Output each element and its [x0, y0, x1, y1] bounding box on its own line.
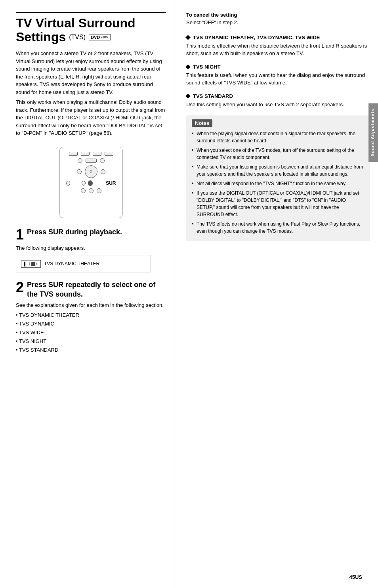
section-heading-text: TVS NIGHT — [193, 64, 220, 70]
btn-row-4 — [81, 188, 101, 193]
btn-row-1 — [69, 152, 113, 156]
intro-text: When you connect a stereo TV or 2 front … — [16, 50, 166, 137]
tvs-list: TVS DYNAMIC THEATERTVS DYNAMICTVS WIDETV… — [16, 311, 166, 354]
diamond-icon — [185, 35, 191, 40]
video-text: Video — [100, 35, 108, 39]
step1-display-text: TVS DYNAMIC THEATER — [44, 260, 99, 267]
step1-display-box: ▐ 《⬛》 TVS DYNAMIC THEATER — [16, 255, 151, 272]
btn-rect-5 — [86, 159, 97, 163]
page-title: TV Virtual Surround Settings (TVS) DVDVi… — [16, 12, 166, 44]
btn-circle-8 — [89, 188, 94, 193]
list-item: TVS DYNAMIC THEATER — [16, 311, 166, 320]
sur-row: SUR — [66, 180, 116, 186]
right-column: To cancel the setting Select "OFF" in st… — [174, 0, 378, 588]
cancel-heading: To cancel the setting — [186, 12, 370, 18]
btn-rect-4 — [105, 152, 113, 156]
notes-box: Notes When the playing signal does not c… — [186, 115, 370, 241]
step2-number: 2 — [16, 280, 24, 295]
btn-circle-4 — [101, 169, 105, 174]
list-item: TVS WIDE — [16, 328, 166, 337]
sur-line — [73, 183, 79, 183]
list-item: TVS DYNAMIC — [16, 320, 166, 328]
intro-para2: This only works when playing a multichan… — [16, 98, 166, 137]
list-item: TVS STANDARD — [16, 346, 166, 354]
section-heading-text: TVS DYNAMIC THEATER, TVS DYNAMIC, TVS WI… — [193, 34, 320, 40]
dvd-badge: DVDVideo — [89, 34, 111, 40]
btn-circle-2 — [100, 158, 105, 163]
right-section-tvs-standard: TVS STANDARDUse this setting when you wa… — [186, 93, 370, 109]
btn-circle-7 — [81, 188, 86, 193]
btn-circle-9 — [97, 188, 101, 193]
btn-circle-3 — [77, 169, 82, 174]
step1-header: 1 Press SUR during playback. — [16, 228, 166, 242]
page-number: 45US — [349, 574, 362, 580]
page: TV Virtual Surround Settings (TVS) DVDVi… — [0, 0, 378, 588]
title-settings: Settings — [16, 30, 66, 44]
btn-row-2 — [78, 158, 105, 163]
step1-display-icon: ▐ 《⬛》 — [21, 260, 41, 268]
btn-sur-filled — [88, 180, 93, 186]
step1-body-text: The following display appears. — [16, 244, 166, 252]
section-heading-text: TVS STANDARD — [193, 93, 233, 99]
btn-circle-1 — [78, 158, 82, 163]
notes-list-item: If you use the DIGITAL OUT (OPTICAL or C… — [192, 190, 365, 218]
btn-rect-3 — [93, 152, 101, 156]
notes-list-item: The TVS effects do not work when using t… — [192, 220, 365, 235]
section-heading-tvs-dynamic-theater: TVS DYNAMIC THEATER, TVS DYNAMIC, TVS WI… — [186, 34, 370, 40]
step1-body: The following display appears. ▐ 《⬛》 TVS… — [16, 244, 166, 273]
left-column: TV Virtual Surround Settings (TVS) DVDVi… — [0, 0, 174, 588]
step1-title: Press SUR during playback. — [27, 228, 122, 237]
list-item: TVS NIGHT — [16, 337, 166, 346]
title-line2: Settings (TVS) DVDVideo — [16, 30, 166, 44]
step1-number: 1 — [16, 228, 24, 242]
btn-rect-1 — [69, 152, 78, 156]
side-tab: Sound Adjustments — [368, 103, 378, 162]
step2-body-text: See the explanations given for each item… — [16, 301, 166, 309]
intro-para1: When you connect a stereo TV or 2 front … — [16, 50, 166, 96]
nav-icon: ⊙ — [90, 170, 92, 173]
notes-list: When the playing signal does not contain… — [192, 130, 365, 235]
notes-list-item: Make sure that your listening position i… — [192, 163, 365, 178]
cancel-section: To cancel the setting Select "OFF" in st… — [186, 12, 370, 27]
btn-rect-2 — [81, 152, 90, 156]
btn-circle-6 — [82, 181, 86, 186]
sur-arrow — [95, 183, 102, 183]
btn-circle-5 — [66, 181, 70, 186]
step1-section: 1 Press SUR during playback. The followi… — [16, 228, 166, 273]
hr-bottom — [16, 568, 362, 568]
notes-list-item: When you select one of the TVS modes, tu… — [192, 147, 365, 161]
section-body-tvs-night: This feature is useful when you want to … — [186, 71, 370, 87]
step2-section: 2 Press SUR repeatedly to select one of … — [16, 280, 166, 354]
btn-nav: ⊙ — [85, 165, 97, 178]
section-body-tvs-standard: Use this setting when you want to use TV… — [186, 101, 370, 109]
diamond-icon — [185, 64, 191, 69]
notes-list-item: Not all discs will respond to the "TVS N… — [192, 180, 365, 187]
step2-title: Press SUR repeatedly to select one of th… — [27, 280, 166, 299]
step2-body: See the explanations given for each item… — [16, 301, 166, 354]
sections-container: TVS DYNAMIC THEATER, TVS DYNAMIC, TVS WI… — [186, 34, 370, 109]
remote-diagram: ⊙ SUR — [59, 147, 123, 218]
notes-list-item: When the playing signal does not contain… — [192, 130, 365, 144]
section-heading-tvs-night: TVS NIGHT — [186, 64, 370, 70]
right-section-tvs-night: TVS NIGHTThis feature is useful when you… — [186, 64, 370, 87]
title-line1: TV Virtual Surround — [16, 16, 166, 30]
sur-label: SUR — [106, 180, 116, 186]
right-section-tvs-dynamic-theater: TVS DYNAMIC THEATER, TVS DYNAMIC, TVS WI… — [186, 34, 370, 57]
diamond-icon — [185, 94, 191, 99]
dvd-text: DVD — [91, 35, 100, 40]
section-heading-tvs-standard: TVS STANDARD — [186, 93, 370, 99]
section-body-tvs-dynamic-theater: This mode is effective when the distance… — [186, 42, 370, 57]
cancel-body: Select "OFF" in step 2. — [186, 19, 370, 27]
tvs-badge: (TVS) — [69, 34, 86, 41]
btn-row-3: ⊙ — [77, 165, 105, 178]
notes-title: Notes — [192, 119, 212, 127]
step2-header: 2 Press SUR repeatedly to select one of … — [16, 280, 166, 299]
